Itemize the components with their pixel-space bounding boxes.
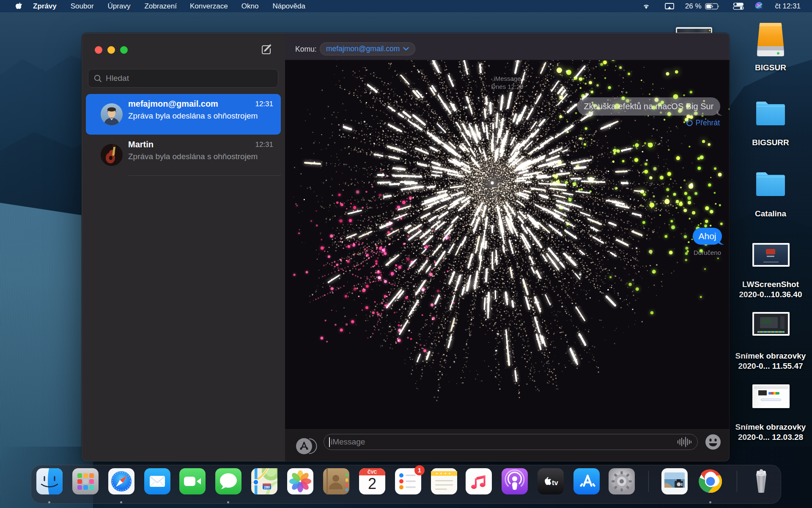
received-effect-bubble[interactable]: Zkouška efektů na macOS Big Sur (577, 97, 720, 116)
reminders-badge: 1 (414, 465, 425, 475)
audio-waveform-icon[interactable] (677, 436, 691, 447)
dock-settings-icon[interactable] (609, 468, 635, 494)
message-input-field[interactable]: iMessage (324, 434, 698, 450)
avatar-martin (101, 144, 123, 166)
chat-pane: Komu: mefajmon@gmail.com i iMessage Dnes… (285, 33, 730, 461)
menu-app-name[interactable]: Zprávy (33, 2, 57, 11)
desktop-icon-lwscreenshot[interactable] (752, 243, 790, 267)
messages-window: Hledat mefajmon@gmail.com 12:31 Zpráva b… (82, 33, 730, 461)
close-button[interactable] (95, 46, 102, 54)
dock-calendar-icon[interactable]: ČVC2 (359, 468, 385, 494)
menu-clock[interactable]: čt 12:31 (775, 2, 801, 11)
desktop-label-snimek-2[interactable]: Snímek obrazovky2020-0... 12.03.28 (724, 422, 812, 442)
desktop-icon-snimek-1[interactable] (752, 312, 790, 336)
conversation-preview: Zpráva byla odeslána s ohňostrojem (128, 152, 268, 162)
replay-label: Přehrát (696, 119, 720, 127)
svg-text:ČVC: ČVC (368, 469, 377, 475)
dock-mail-icon[interactable] (144, 468, 170, 494)
emoji-picker-icon[interactable] (705, 434, 721, 450)
dock-appstore-icon[interactable] (573, 468, 600, 494)
display-airplay-icon[interactable] (665, 3, 674, 10)
search-input[interactable]: Hledat (88, 69, 278, 88)
svg-text:tv: tv (552, 479, 558, 486)
desktop-icon-catalina-folder[interactable] (755, 168, 786, 201)
dock-running-dot-safari (120, 501, 122, 503)
sidebar: Hledat mefajmon@gmail.com 12:31 Zpráva b… (82, 33, 285, 461)
dock-preview-icon[interactable] (661, 468, 688, 494)
battery-percent: 26 % (685, 2, 702, 11)
date-label: Dnes 12:29 (285, 83, 730, 91)
dock-trash-icon[interactable] (748, 468, 774, 494)
dock-facetime-icon[interactable] (179, 468, 206, 494)
desktop: Zprávy Soubor Úpravy Zobrazení Konverzac… (0, 0, 812, 508)
menu-okno[interactable]: Okno (241, 2, 259, 11)
desktop-label-snimek-1[interactable]: Snímek obrazovky2020-0... 11.55.47 (724, 351, 812, 371)
to-label: Komu: (295, 45, 317, 54)
apple-menu-icon[interactable] (16, 3, 23, 10)
search-icon (94, 75, 102, 83)
conversation-row[interactable]: Martin 12:31 Zpráva byla odeslána s ohňo… (86, 135, 281, 175)
siri-icon[interactable] (755, 2, 764, 11)
conversation-time: 12:31 (255, 141, 273, 149)
dock-divider (737, 471, 737, 492)
menu-napoveda[interactable]: Nápověda (272, 2, 305, 11)
menu-upravy[interactable]: Úpravy (108, 2, 131, 11)
replay-button[interactable]: Přehrát (686, 119, 720, 127)
desktop-label-lwscreenshot[interactable]: LWScreenShot2020-0...10.36.40 (724, 279, 812, 299)
dock-reminders-icon[interactable]: 1 (395, 468, 421, 494)
dock-running-dot-messages (227, 501, 229, 503)
desktop-label-bigsur[interactable]: BIGSUR (724, 63, 812, 73)
search-placeholder: Hledat (106, 74, 129, 83)
dock-finder-icon[interactable] (36, 468, 63, 494)
dock-photos-icon[interactable] (287, 468, 313, 494)
menu-konverzace[interactable]: Konverzace (190, 2, 228, 11)
dock-contacts-icon[interactable] (323, 468, 349, 494)
label-line1: Snímek obrazovky (724, 351, 812, 361)
label-line2: 2020-0...10.36.40 (724, 290, 812, 300)
desktop-label-catalina[interactable]: Catalina (724, 209, 812, 219)
svg-text:2: 2 (368, 475, 376, 492)
text-cursor (329, 437, 330, 447)
dock-music-icon[interactable] (466, 468, 492, 494)
dock-safari-icon[interactable] (108, 468, 134, 494)
sent-message-bubble[interactable]: Ahoj (693, 228, 722, 245)
dock-maps-icon[interactable]: 280 (251, 468, 277, 494)
dock-podcasts-icon[interactable] (502, 468, 528, 494)
wifi-icon[interactable] (642, 3, 651, 10)
dock-tv-icon[interactable]: tv (538, 468, 564, 494)
recipient-pill[interactable]: mefajmon@gmail.com (320, 42, 415, 55)
menu-zobrazeni[interactable]: Zobrazení (144, 2, 177, 11)
apps-button[interactable] (296, 438, 317, 454)
replay-icon (686, 119, 693, 127)
conversation-time: 12:31 (255, 100, 273, 108)
menu-soubor[interactable]: Soubor (71, 2, 94, 11)
conversation-row-selected[interactable]: mefajmon@gmail.com 12:31 Zpráva byla ode… (86, 94, 281, 135)
menu-bar: Zprávy Soubor Úpravy Zobrazení Konverzac… (0, 0, 812, 12)
minimize-button[interactable] (107, 46, 115, 54)
svg-text:280: 280 (264, 485, 270, 489)
chat-header: Komu: mefajmon@gmail.com i (285, 33, 730, 60)
conversation-name: Martin (128, 140, 154, 149)
label-line2: 2020-0... 11.55.47 (724, 361, 812, 371)
desktop-icon-bigsur-drive[interactable] (754, 22, 787, 58)
service-label: iMessage (285, 75, 730, 83)
desktop-icon-bigsurr-folder[interactable] (755, 97, 786, 130)
recipient-address: mefajmon@gmail.com (326, 44, 400, 53)
dock-divider (648, 471, 649, 492)
avatar-mefajmon (101, 103, 123, 125)
dock-chrome-icon[interactable] (697, 468, 724, 494)
floating-preview-content (677, 29, 711, 33)
zoom-button[interactable] (120, 46, 128, 54)
dock-launchpad-icon[interactable] (72, 468, 99, 494)
chevron-down-icon (403, 47, 409, 51)
desktop-label-bigsurr[interactable]: BIGSURR (724, 138, 812, 148)
desktop-icon-snimek-2[interactable] (752, 384, 790, 408)
compose-icon[interactable] (261, 44, 273, 56)
conversation-preview: Zpráva byla odeslána s ohňostrojem (128, 111, 268, 121)
dock-running-dot-finder (48, 501, 50, 503)
dock-messages-icon[interactable] (215, 468, 241, 494)
control-center-icon[interactable] (733, 3, 744, 10)
dock-notes-icon[interactable] (431, 468, 457, 494)
dock-running-dot-chrome (709, 501, 711, 503)
message-transcript: iMessage Dnes 12:29 Zkouška efektů na ma… (285, 60, 730, 429)
